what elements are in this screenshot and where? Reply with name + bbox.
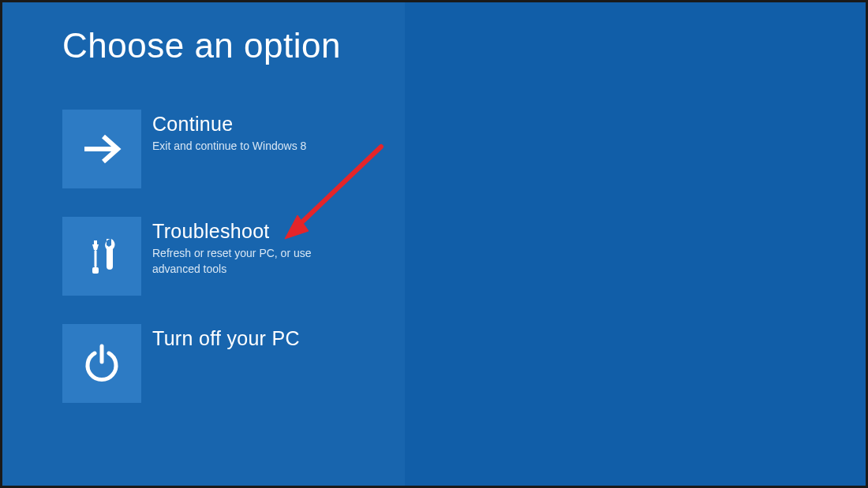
power-icon	[78, 340, 125, 387]
troubleshoot-tile	[62, 217, 141, 296]
page-title: Choose an option	[62, 26, 373, 65]
option-troubleshoot-desc: Refresh or reset your PC, or use advance…	[152, 246, 326, 277]
option-troubleshoot-text: Troubleshoot Refresh or reset your PC, o…	[141, 217, 326, 277]
svg-marker-2	[92, 244, 99, 250]
option-continue-title: Continue	[152, 113, 306, 136]
option-turnoff[interactable]: Turn off your PC	[62, 324, 373, 403]
option-turnoff-text: Turn off your PC	[141, 324, 300, 353]
svg-rect-1	[94, 240, 97, 244]
svg-rect-4	[92, 267, 99, 274]
tools-icon	[78, 233, 125, 280]
arrow-right-icon	[78, 125, 125, 173]
option-continue-desc: Exit and continue to Windows 8	[152, 139, 306, 155]
option-turnoff-title: Turn off your PC	[152, 327, 300, 350]
option-panel: Choose an option Continue Exit and conti…	[2, 2, 405, 486]
svg-rect-3	[95, 250, 97, 267]
option-continue[interactable]: Continue Exit and continue to Windows 8	[62, 110, 373, 188]
option-troubleshoot[interactable]: Troubleshoot Refresh or reset your PC, o…	[62, 217, 373, 296]
continue-tile	[62, 110, 141, 188]
option-troubleshoot-title: Troubleshoot	[152, 220, 326, 243]
option-continue-text: Continue Exit and continue to Windows 8	[141, 110, 306, 155]
turnoff-tile	[62, 324, 141, 403]
